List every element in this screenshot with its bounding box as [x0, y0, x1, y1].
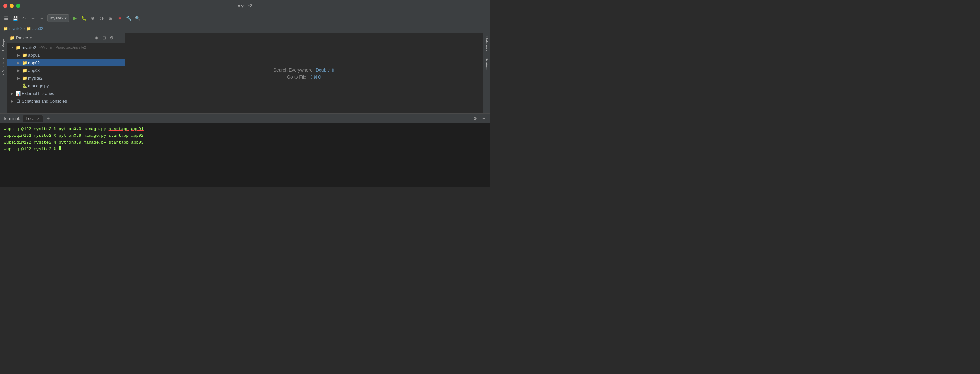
toolbar: ☰ 💾 ↻ ← → mysite2 ▾ ▶ 🐛 ⊕ ◑ ⊞ ■ 🔧 🔍	[0, 12, 490, 24]
terminal-tab-local[interactable]: Local ×	[23, 115, 43, 122]
terminal-settings-icon[interactable]: ⚙	[472, 116, 479, 122]
build-icon[interactable]: ⊞	[107, 15, 114, 22]
stop-icon[interactable]: ■	[116, 15, 123, 22]
terminal-header: Terminal: Local × + ⚙ −	[0, 114, 490, 124]
collapse-button[interactable]: ⊟	[101, 35, 107, 41]
search-everywhere-key: Double ⇧	[316, 67, 335, 73]
close-panel-button[interactable]: −	[116, 35, 123, 41]
search-everywhere-label: Search Everywhere	[274, 67, 312, 73]
tree-item-app01-label: app01	[28, 53, 40, 57]
search-hints: Search Everywhere Double ⇧ Go to File ⇧⌘…	[274, 65, 335, 81]
folder-icon: 📁	[22, 76, 27, 81]
term-prompt-1: wupeiqi@192 mysite2 %	[4, 126, 59, 133]
root-path: ~/PycharmProjects/gx/mysite2	[39, 45, 86, 49]
wrench-icon[interactable]: 🔧	[125, 15, 132, 22]
title-bar: mysite2	[0, 0, 490, 12]
terminal-section: Terminal: Local × + ⚙ − wupeiqi@192 mysi…	[0, 114, 490, 187]
tree-item-app02-label: app02	[28, 60, 40, 65]
expand-arrow: ▶	[10, 100, 15, 103]
chevron-down-icon: ▾	[65, 16, 67, 21]
scratch-icon: 🗒	[15, 99, 21, 103]
python-file-icon: 🐍	[22, 84, 27, 88]
profile-icon[interactable]: ◑	[98, 15, 105, 22]
close-button[interactable]	[3, 4, 7, 8]
folder-icon: 📁	[22, 60, 27, 65]
term-cmd-startapp-1: startapp	[109, 126, 129, 133]
side-tab-strip: 1: Project 2: Structure	[0, 33, 7, 114]
expand-arrow: ▾	[10, 46, 15, 49]
breadcrumb-project[interactable]: mysite2	[9, 27, 22, 31]
window-title: mysite2	[238, 3, 252, 8]
content-area: 1: Project 2: Structure 📁 Project ▾ ⊕ ⊟ …	[0, 33, 490, 114]
library-icon: 📊	[15, 91, 21, 96]
project-dropdown[interactable]: mysite2 ▾	[47, 14, 69, 22]
right-tab-sciview[interactable]: SciView	[483, 55, 490, 73]
minimize-button[interactable]	[10, 4, 14, 8]
tree-item-external-libraries-label: External Libraries	[22, 91, 54, 96]
breadcrumb-folder[interactable]: app02	[32, 27, 43, 31]
terminal-minimize-icon[interactable]: −	[480, 116, 487, 122]
forward-icon[interactable]: →	[38, 15, 45, 22]
tree-item-manage-py[interactable]: 🐍 manage.py	[7, 82, 125, 89]
project-panel-header: 📁 Project ▾ ⊕ ⊟ ⚙ −	[7, 33, 125, 43]
search-everywhere-hint: Search Everywhere Double ⇧	[274, 67, 335, 73]
term-cmd-app01: app01	[131, 126, 143, 133]
terminal-line-3: wupeiqi@192 mysite2 % python3.9 manage.p…	[4, 139, 486, 146]
back-icon[interactable]: ←	[29, 15, 37, 22]
terminal-tab-close[interactable]: ×	[37, 117, 39, 120]
coverage-icon[interactable]: ⊕	[89, 15, 96, 22]
expand-arrow: ▶	[16, 69, 21, 72]
tree-item-app01[interactable]: ▶ 📁 app01	[7, 51, 125, 59]
expand-arrow: ▶	[16, 76, 21, 80]
save-icon[interactable]: 💾	[11, 15, 19, 22]
tree-item-mysite2[interactable]: ▶ 📁 mysite2	[7, 74, 125, 82]
terminal-cursor	[59, 146, 61, 150]
new-terminal-button[interactable]: +	[47, 116, 49, 122]
folder-icon: 📁	[10, 35, 15, 40]
breadcrumb-separator: ›	[24, 27, 25, 31]
folder-icon: 📁	[22, 68, 27, 73]
term-prompt-4: wupeiqi@192 mysite2 %	[4, 146, 59, 153]
terminal-body[interactable]: wupeiqi@192 mysite2 % python3.9 manage.p…	[0, 124, 490, 187]
debug-icon[interactable]: 🐛	[80, 15, 88, 22]
app-window: mysite2 ☰ 💾 ↻ ← → mysite2 ▾ ▶ 🐛 ⊕ ◑ ⊞ ■ …	[0, 0, 490, 187]
sidebar-tab-structure[interactable]: 2: Structure	[0, 54, 7, 79]
terminal-label: Terminal:	[3, 116, 20, 121]
expand-arrow: ▶	[16, 53, 21, 57]
search-icon[interactable]: 🔍	[134, 15, 141, 22]
term-cmd-2: python3.9 manage.py startapp app02	[59, 133, 143, 139]
expand-arrow: ▶	[10, 92, 15, 95]
chevron-down-icon: ▾	[30, 36, 32, 40]
tree-item-mysite2-label: mysite2	[28, 76, 43, 81]
tree-item-manage-py-label: manage.py	[28, 84, 49, 88]
add-content-button[interactable]: ⊕	[93, 35, 99, 41]
expand-arrow: ▶	[16, 61, 21, 65]
tree-item-scratches-consoles[interactable]: ▶ 🗒 Scratches and Consoles	[7, 97, 125, 105]
tree-item-scratches-label: Scratches and Consoles	[22, 99, 67, 103]
terminal-line-2: wupeiqi@192 mysite2 % python3.9 manage.p…	[4, 133, 486, 139]
sync-icon[interactable]: ↻	[21, 15, 27, 22]
tree-item-app03-label: app03	[28, 68, 40, 73]
term-cmd-1: python3.9 manage.py	[59, 126, 109, 133]
terminal-line-4: wupeiqi@192 mysite2 %	[4, 146, 486, 153]
sidebar-tab-project[interactable]: 1: Project	[0, 33, 7, 54]
tree-item-app03[interactable]: ▶ 📁 app03	[7, 67, 125, 74]
terminal-line-1: wupeiqi@192 mysite2 % python3.9 manage.p…	[4, 126, 486, 133]
breadcrumb: 📁 mysite2 › 📁 app02	[0, 24, 490, 33]
traffic-lights	[3, 4, 20, 8]
terminal-header-actions: ⚙ −	[472, 116, 487, 122]
project-header-title: 📁 Project ▾	[10, 35, 32, 40]
project-header-actions: ⊕ ⊟ ⚙ −	[93, 35, 123, 41]
tree-item-external-libraries[interactable]: ▶ 📊 External Libraries	[7, 89, 125, 97]
maximize-button[interactable]	[16, 4, 20, 8]
run-button[interactable]: ▶	[71, 15, 78, 22]
go-to-file-hint: Go to File ⇧⌘O	[274, 74, 335, 79]
project-panel: 📁 Project ▾ ⊕ ⊟ ⚙ − ▾ 📁 mysite2 ~/Pych	[7, 33, 126, 114]
menu-icon[interactable]: ☰	[3, 15, 10, 22]
tree-item-app02[interactable]: ▶ 📁 app02	[7, 59, 125, 67]
settings-button[interactable]: ⚙	[108, 35, 115, 41]
tree-item-root[interactable]: ▾ 📁 mysite2 ~/PycharmProjects/gx/mysite2	[7, 43, 125, 51]
editor-area: Search Everywhere Double ⇧ Go to File ⇧⌘…	[126, 33, 483, 114]
right-tab-database[interactable]: Database	[483, 33, 490, 55]
term-cmd-3: python3.9 manage.py startapp app03	[59, 139, 143, 146]
